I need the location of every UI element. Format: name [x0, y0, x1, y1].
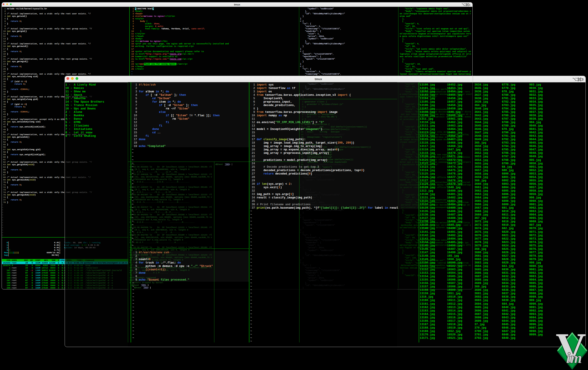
svg-text:1: 1: [469, 3, 471, 6]
svg-text:im: im: [566, 349, 582, 366]
svg-text:3: 3: [582, 78, 583, 81]
